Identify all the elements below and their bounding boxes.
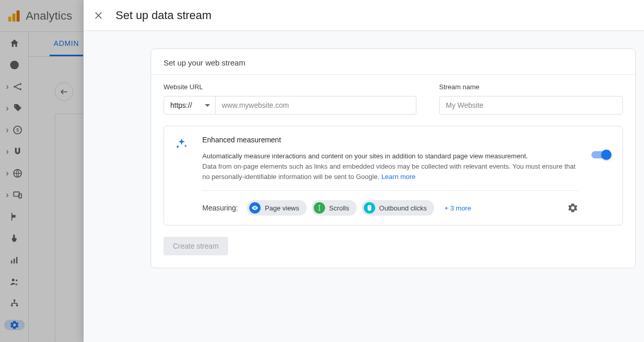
clock-icon[interactable] bbox=[9, 60, 20, 70]
stream-name-input[interactable] bbox=[439, 96, 623, 115]
left-nav-rail: › › ›$ › › › bbox=[0, 32, 29, 342]
svg-point-12 bbox=[15, 280, 17, 281]
scroll-icon bbox=[314, 202, 325, 214]
svg-rect-9 bbox=[13, 259, 15, 264]
chevron-right-icon[interactable]: › bbox=[6, 190, 10, 200]
website-url-label: Website URL bbox=[164, 83, 416, 91]
divider bbox=[202, 190, 579, 191]
more-chips-link[interactable]: + 3 more bbox=[444, 204, 471, 212]
chevron-right-icon[interactable]: › bbox=[6, 82, 10, 91]
devices-icon[interactable] bbox=[12, 190, 23, 200]
touch-icon[interactable] bbox=[9, 233, 20, 243]
home-icon[interactable] bbox=[9, 38, 20, 48]
enhanced-title: Enhanced measurement bbox=[202, 136, 579, 144]
svg-point-2 bbox=[20, 88, 21, 90]
people-icon[interactable] bbox=[9, 276, 20, 287]
overlay-title: Set up data stream bbox=[116, 9, 212, 22]
svg-rect-10 bbox=[16, 257, 18, 264]
card-header: Set up your web stream bbox=[151, 49, 635, 75]
eye-icon bbox=[249, 202, 261, 214]
website-url-group: https:// bbox=[164, 96, 416, 115]
measurement-settings-gear-icon[interactable] bbox=[567, 202, 579, 214]
svg-point-11 bbox=[12, 279, 14, 281]
chip-page-views: Page views bbox=[247, 200, 306, 216]
dollar-icon[interactable]: $ bbox=[12, 125, 23, 135]
mouse-icon bbox=[364, 202, 375, 214]
svg-point-1 bbox=[20, 83, 21, 85]
enhanced-toggle[interactable] bbox=[591, 151, 610, 158]
chevron-right-icon[interactable]: › bbox=[6, 147, 10, 156]
network-icon[interactable] bbox=[12, 82, 23, 92]
svg-rect-15 bbox=[16, 305, 18, 306]
tag-icon[interactable] bbox=[12, 103, 23, 113]
svg-text:$: $ bbox=[16, 127, 19, 133]
stream-setup-card: Set up your web stream Website URL https… bbox=[151, 48, 636, 268]
chevron-right-icon[interactable]: › bbox=[6, 104, 10, 113]
stream-name-label: Stream name bbox=[439, 83, 623, 91]
sparkle-icon bbox=[173, 136, 190, 152]
enhanced-measurement-box: Enhanced measurement Automatically measu… bbox=[164, 126, 623, 225]
svg-rect-8 bbox=[11, 260, 12, 264]
svg-rect-7 bbox=[19, 194, 21, 198]
svg-rect-14 bbox=[11, 305, 12, 306]
globe-icon[interactable] bbox=[12, 168, 23, 178]
app-name: Analytics bbox=[26, 9, 72, 23]
enhanced-desc: Automatically measure interactions and c… bbox=[202, 151, 579, 161]
admin-gear-active[interactable] bbox=[4, 320, 25, 330]
magnet-icon[interactable] bbox=[12, 146, 23, 157]
measuring-row: Measuring: Page views Scrolls bbox=[202, 200, 579, 216]
chip-scrolls: Scrolls bbox=[312, 200, 357, 216]
create-stream-button[interactable]: Create stream bbox=[164, 237, 228, 255]
website-url-input[interactable] bbox=[216, 96, 416, 114]
protocol-value: https:// bbox=[170, 101, 192, 109]
chevron-right-icon[interactable]: › bbox=[6, 169, 10, 178]
chart-icon[interactable] bbox=[9, 255, 20, 265]
chevron-right-icon[interactable]: › bbox=[6, 125, 10, 135]
chip-outbound: Outbound clicks bbox=[362, 200, 434, 216]
chevron-down-icon bbox=[205, 104, 210, 107]
analytics-logo-icon bbox=[8, 10, 20, 22]
hierarchy-icon[interactable] bbox=[9, 298, 20, 308]
enhanced-subtext: Data from on-page elements such as links… bbox=[202, 161, 579, 182]
measuring-label: Measuring: bbox=[202, 204, 238, 212]
back-button[interactable] bbox=[55, 83, 73, 101]
svg-point-0 bbox=[13, 86, 15, 87]
overlay-header: Set up data stream bbox=[84, 0, 644, 31]
learn-more-link[interactable]: Learn more bbox=[381, 173, 415, 181]
protocol-select[interactable]: https:// bbox=[164, 96, 216, 114]
toggle-knob bbox=[601, 150, 611, 160]
tab-admin[interactable]: ADMIN bbox=[50, 32, 83, 56]
svg-rect-13 bbox=[13, 300, 15, 301]
close-icon[interactable] bbox=[93, 9, 105, 22]
data-stream-overlay: Set up data stream Set up your web strea… bbox=[84, 0, 644, 342]
flag-icon[interactable] bbox=[9, 211, 20, 222]
